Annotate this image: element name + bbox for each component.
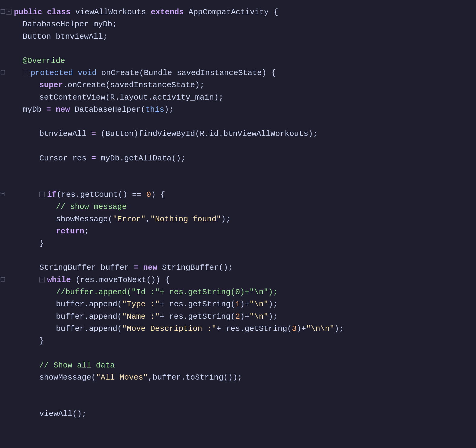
code-line: −while (res.moveToNext()) {− — [0, 274, 476, 286]
line-content: myDb = new DatabaseHelper(this); — [23, 104, 174, 116]
line-content: // show message — [56, 201, 127, 213]
code-line: @Override — [0, 55, 476, 67]
code-line: buffer.append("Name :"+ res.getString(2)… — [0, 311, 476, 323]
code-line: buffer.append("Move Description :"+ res.… — [0, 323, 476, 335]
fold-marker[interactable]: − — [39, 192, 45, 197]
code-line — [0, 249, 476, 262]
code-line: return; — [0, 225, 476, 237]
code-line — [0, 164, 476, 176]
code-line: // show message — [0, 201, 476, 213]
line-content: if(res.getCount() == 0) { — [47, 189, 165, 201]
code-line: Cursor res = myDb.getAllData(); — [0, 152, 476, 164]
fold-gutter-marker[interactable]: − — [1, 192, 5, 196]
code-editor: −public class viewAllWorkouts extends Ap… — [0, 0, 476, 448]
line-content: Button btnviewAll; — [23, 31, 108, 43]
line-content: } — [39, 237, 44, 249]
line-content: } — [39, 335, 44, 347]
code-line — [0, 43, 476, 55]
code-line — [0, 116, 476, 128]
line-content: DatabaseHelper myDb; — [23, 18, 117, 30]
code-line: } — [0, 237, 476, 249]
line-content: showMessage("All Moves",buffer.toString(… — [39, 371, 242, 384]
line-content: @Override — [23, 55, 65, 67]
code-line: // Show all data — [0, 359, 476, 371]
line-content: super.onCreate(savedInstanceState); — [39, 79, 204, 91]
line-content: protected void onCreate(Bundle savedInst… — [31, 67, 276, 79]
line-content: return; — [56, 225, 89, 237]
code-line: Button btnviewAll; — [0, 31, 476, 43]
fold-marker[interactable]: − — [6, 9, 11, 15]
code-line: setContentView(R.layout.activity_main); — [0, 91, 476, 104]
code-line: −if(res.getCount() == 0) {− — [0, 189, 476, 201]
line-content: //buffer.append("Id :"+ res.getString(0)… — [56, 286, 278, 298]
line-content: setContentView(R.layout.activity_main); — [39, 91, 223, 104]
code-line: btnviewAll = (Button)findViewById(R.id.b… — [0, 128, 476, 140]
code-line: } — [0, 335, 476, 347]
fold-gutter-marker[interactable]: − — [1, 9, 5, 14]
code-line: −protected void onCreate(Bundle savedIns… — [0, 67, 476, 79]
code-line: myDb = new DatabaseHelper(this); — [0, 104, 476, 116]
code-line: showMessage("All Moves",buffer.toString(… — [0, 371, 476, 384]
fold-marker[interactable]: − — [39, 277, 45, 282]
line-content: viewAll(); — [39, 408, 86, 420]
line-content: public class viewAllWorkouts extends App… — [14, 6, 278, 18]
code-line: viewAll(); — [0, 408, 476, 420]
code-line: super.onCreate(savedInstanceState); — [0, 79, 476, 91]
code-line — [0, 420, 476, 432]
code-line — [0, 396, 476, 408]
line-content: // Show all data — [39, 359, 115, 371]
code-line: buffer.append("Type :"+ res.getString(1)… — [0, 298, 476, 310]
fold-gutter-marker[interactable]: − — [1, 277, 5, 282]
line-content: while (res.moveToNext()) { — [47, 274, 170, 286]
line-content: btnviewAll = (Button)findViewById(R.id.b… — [39, 128, 318, 140]
fold-gutter-marker[interactable]: − — [1, 70, 5, 74]
line-content: buffer.append("Type :"+ res.getString(1)… — [56, 298, 278, 310]
code-line: //buffer.append("Id :"+ res.getString(0)… — [0, 286, 476, 298]
code-line — [0, 347, 476, 359]
fold-marker[interactable]: − — [23, 70, 28, 75]
line-content: buffer.append("Move Description :"+ res.… — [56, 323, 344, 335]
line-content: buffer.append("Name :"+ res.getString(2)… — [56, 311, 278, 323]
code-line — [0, 444, 476, 448]
code-line: StringBuffer buffer = new StringBuffer()… — [0, 262, 476, 274]
code-line — [0, 140, 476, 152]
code-line: DatabaseHelper myDb; — [0, 18, 476, 30]
line-content: Cursor res = myDb.getAllData(); — [39, 152, 186, 164]
code-line — [0, 176, 476, 189]
code-line: showMessage("Error","Nothing found"); — [0, 213, 476, 225]
line-content: StringBuffer buffer = new StringBuffer()… — [39, 262, 233, 274]
code-line — [0, 384, 476, 396]
line-content: showMessage("Error","Nothing found"); — [56, 213, 230, 225]
code-line — [0, 432, 476, 444]
code-line: −public class viewAllWorkouts extends Ap… — [0, 6, 476, 18]
